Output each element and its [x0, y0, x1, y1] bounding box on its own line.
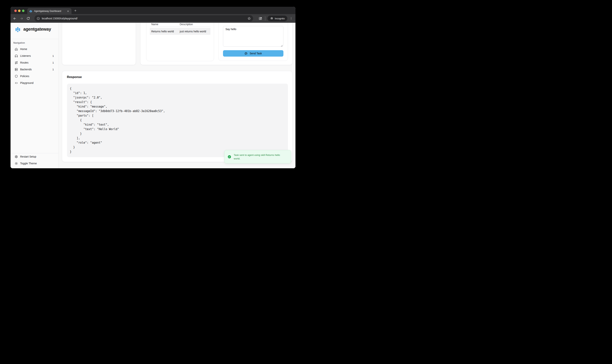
- app-page: agentgateway Navigation Home Listeners 1: [11, 23, 296, 168]
- server-icon: [15, 68, 18, 71]
- sidebar-item-label: Backends: [20, 68, 32, 71]
- toast-message: Task sent to agent using skill Returns h…: [234, 153, 283, 160]
- code-icon: [15, 81, 18, 85]
- agent-card-panel: [62, 23, 136, 65]
- sidebar-item-badge: 1: [52, 54, 54, 57]
- success-toast: Task sent to agent using skill Returns h…: [224, 150, 291, 163]
- macos-minimize-button[interactable]: [18, 10, 21, 12]
- browser-tab[interactable]: Agentgateway Dashboard: [27, 8, 71, 14]
- incognito-spy-icon: [270, 17, 273, 20]
- sidebar-item-label: Home: [20, 48, 27, 51]
- sidebar-item-listeners[interactable]: Listeners 1: [12, 52, 57, 59]
- sidebar-item-backends[interactable]: Backends 1: [12, 66, 57, 73]
- tab-close-icon[interactable]: [66, 9, 70, 13]
- browser-window: Agentgateway Dashboard localhost:15000/u…: [11, 7, 296, 168]
- browser-titlebar: Agentgateway Dashboard: [11, 7, 296, 14]
- brand[interactable]: agentgateway: [15, 26, 51, 32]
- address-bar[interactable]: localhost:15000/ui/playground/: [34, 15, 253, 22]
- task-message-input[interactable]: Say hello: [223, 26, 284, 47]
- sidebar-item-label: Policies: [20, 75, 29, 78]
- sidebar-item-restart-setup[interactable]: Restart Setup: [12, 153, 57, 160]
- sidebar-item-routes[interactable]: Routes 1: [12, 59, 57, 66]
- response-title: Response: [67, 75, 82, 79]
- screenshot-root: { "browser": { "tab_title": "Agentgatewa…: [0, 0, 306, 182]
- macos-close-button[interactable]: [14, 10, 17, 12]
- sidebar-item-playground[interactable]: Playground: [12, 79, 57, 86]
- textarea-resize-handle[interactable]: [281, 44, 283, 48]
- site-info-icon[interactable]: [37, 17, 40, 20]
- response-code-block: { "id": 1, "jsonrpc": "2.0", "result": {…: [67, 84, 288, 157]
- agent-test-panel: Name Description Returns hello world jus…: [140, 23, 292, 65]
- sidebar-item-policies[interactable]: Policies: [12, 73, 57, 79]
- sidebar-item-label: Playground: [20, 81, 33, 84]
- skills-table-card: Name Description Returns hello world jus…: [146, 23, 214, 61]
- url-text[interactable]: localhost:15000/ui/playground/: [42, 17, 247, 20]
- skill-row-selected[interactable]: Returns hello world just returns hello w…: [150, 28, 210, 35]
- skills-table-header: Name Description: [150, 23, 210, 27]
- send-task-label: Send Task: [250, 52, 262, 55]
- check-circle-icon: [228, 155, 231, 159]
- shield-icon: [15, 75, 18, 78]
- macos-zoom-button[interactable]: [22, 10, 25, 12]
- send-task-button[interactable]: Send Task: [223, 50, 284, 57]
- response-card: Response { "id": 1, "jsonrpc": "2.0", "r…: [62, 71, 292, 162]
- sidebar-item-label: Restart Setup: [20, 155, 36, 158]
- sidebar-item-home[interactable]: Home: [12, 46, 57, 52]
- skill-name: Returns hello world: [150, 30, 180, 33]
- headphones-icon: [15, 54, 18, 58]
- sidebar: agentgateway Navigation Home Listeners 1: [11, 23, 58, 168]
- reload-button[interactable]: [26, 16, 30, 20]
- column-header-name: Name: [150, 23, 180, 26]
- bookmark-star-icon[interactable]: [247, 17, 251, 20]
- tab-title: Agentgateway Dashboard: [34, 10, 66, 13]
- response-json: { "id": 1, "jsonrpc": "2.0", "result": {…: [67, 84, 288, 154]
- home-icon: [15, 48, 18, 51]
- incognito-label: Incognito: [275, 17, 285, 20]
- route-icon: [15, 61, 18, 64]
- playground-main: Name Description Returns hello world jus…: [58, 23, 296, 168]
- gear-icon: [15, 155, 18, 158]
- sidebar-item-badge: 1: [52, 68, 54, 71]
- toolbar-divider: [265, 16, 265, 21]
- sidebar-item-badge: 1: [52, 61, 54, 64]
- new-tab-button[interactable]: [73, 9, 77, 13]
- brand-name: agentgateway: [23, 27, 51, 32]
- sidebar-item-toggle-theme[interactable]: Toggle Theme: [12, 160, 57, 167]
- send-task-card: Say hello Send Task: [218, 23, 288, 61]
- skill-description: just returns hello world: [180, 30, 206, 33]
- nav-section-label: Navigation: [13, 41, 25, 44]
- sun-icon: [15, 162, 18, 165]
- back-button[interactable]: [13, 16, 16, 20]
- browser-toolbar: localhost:15000/ui/playground/: [11, 14, 296, 23]
- agentgateway-logo-icon: [15, 26, 21, 32]
- sidebar-item-label: Listeners: [20, 54, 31, 57]
- column-header-description: Description: [180, 23, 193, 26]
- sidebar-item-label: Routes: [20, 61, 28, 64]
- sidebar-item-label: Toggle Theme: [20, 162, 37, 165]
- bot-icon: [245, 52, 248, 55]
- page-search-icon[interactable]: [258, 16, 262, 20]
- tab-favicon-agentgateway-icon: [29, 10, 32, 13]
- incognito-badge: Incognito: [267, 16, 287, 21]
- browser-menu-kebab-icon[interactable]: [289, 16, 293, 20]
- forward-button[interactable]: [20, 16, 23, 20]
